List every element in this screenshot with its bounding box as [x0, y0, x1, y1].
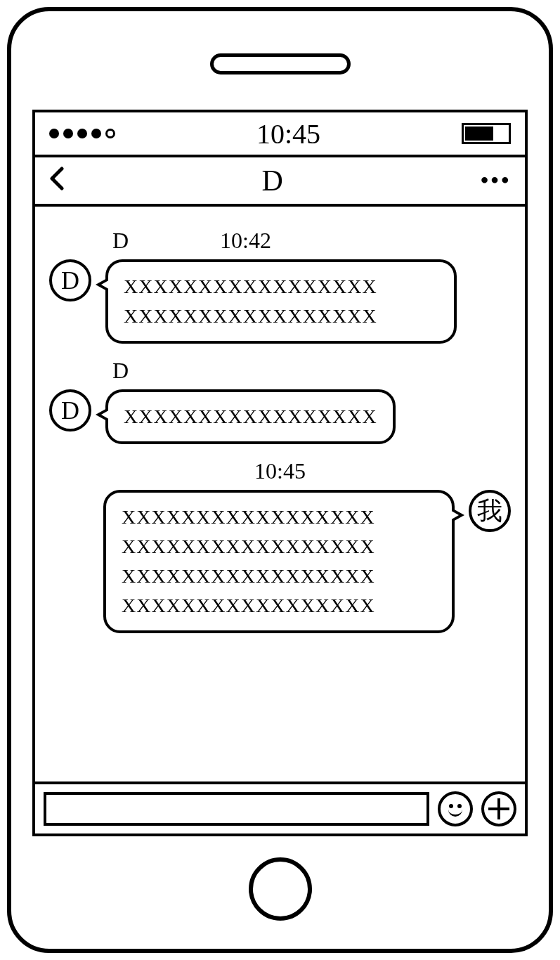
message-bubble[interactable]: XXXXXXXXXXXXXXXXX XXXXXXXXXXXXXXXXX: [105, 259, 457, 344]
battery-fill: [465, 127, 493, 141]
battery-icon: [462, 123, 511, 144]
nav-bar: D •••: [35, 157, 525, 207]
signal-dot-icon: [91, 129, 101, 138]
message-bubble[interactable]: XXXXXXXXXXXXXXXXX XXXXXXXXXXXXXXXXX XXXX…: [103, 490, 455, 633]
message-header: D: [112, 358, 511, 384]
signal-dot-icon: [77, 129, 87, 138]
chat-area[interactable]: D 10:42 D XXXXXXXXXXXXXXXXX XXXXXXXXXXXX…: [35, 207, 525, 781]
phone-frame: 10:45 D ••• D 10:42 D: [7, 7, 553, 953]
message-timestamp: 10:45: [254, 458, 306, 484]
signal-dot-empty-icon: [105, 129, 115, 138]
signal-dot-icon: [49, 129, 59, 138]
sender-name: D: [112, 228, 129, 254]
signal-indicator: [49, 129, 115, 138]
emoji-button[interactable]: [438, 791, 473, 826]
message-row: D XXXXXXXXXXXXXXXXX: [49, 389, 511, 444]
input-bar: [35, 781, 525, 833]
home-button[interactable]: [249, 857, 312, 921]
status-time: 10:45: [256, 117, 320, 150]
message-item: D D XXXXXXXXXXXXXXXXX: [49, 358, 511, 444]
chevron-left-icon: [49, 166, 65, 191]
sender-avatar[interactable]: D: [49, 389, 91, 432]
more-options-button[interactable]: •••: [480, 174, 511, 187]
message-header: D 10:42: [112, 228, 511, 254]
signal-dot-icon: [63, 129, 73, 138]
screen: 10:45 D ••• D 10:42 D: [32, 110, 528, 836]
add-button[interactable]: [481, 791, 516, 826]
message-row: XXXXXXXXXXXXXXXXX XXXXXXXXXXXXXXXXX XXXX…: [49, 490, 511, 633]
sender-avatar[interactable]: 我: [469, 490, 511, 532]
sender-avatar[interactable]: D: [49, 259, 91, 301]
plus-icon: [497, 798, 500, 819]
message-bubble[interactable]: XXXXXXXXXXXXXXXXX: [105, 389, 396, 444]
message-item: 10:45 XXXXXXXXXXXXXXXXX XXXXXXXXXXXXXXXX…: [49, 458, 511, 633]
sender-name: D: [112, 358, 129, 384]
message-input[interactable]: [44, 792, 429, 826]
message-timestamp: 10:42: [220, 228, 271, 254]
phone-speaker: [210, 53, 351, 74]
smiley-icon: [441, 794, 470, 824]
message-row: D XXXXXXXXXXXXXXXXX XXXXXXXXXXXXXXXXX: [49, 259, 511, 344]
message-item: D 10:42 D XXXXXXXXXXXXXXXXX XXXXXXXXXXXX…: [49, 228, 511, 344]
chat-title: D: [261, 164, 282, 197]
status-bar: 10:45: [35, 112, 525, 157]
back-button[interactable]: [49, 166, 65, 196]
message-header: 10:45: [49, 458, 511, 484]
